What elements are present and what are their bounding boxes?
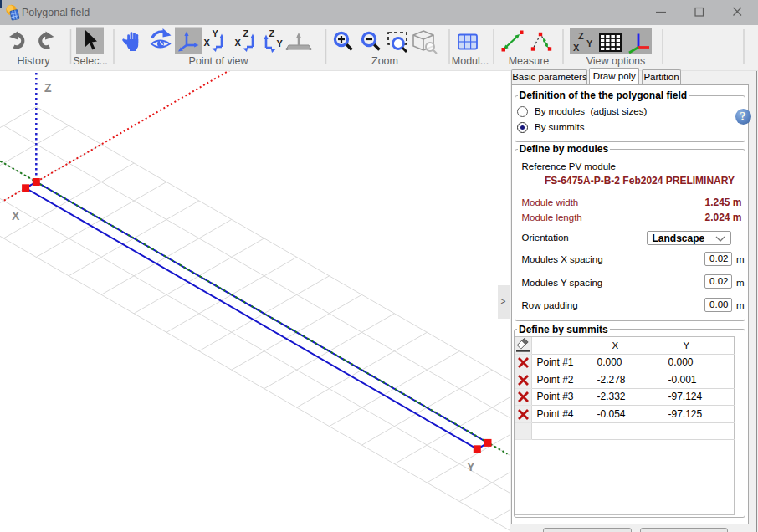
svg-text:Z: Z bbox=[243, 28, 249, 38]
svg-text:Measure: Measure bbox=[509, 55, 550, 67]
svg-text:Point of view: Point of view bbox=[189, 55, 249, 67]
svg-text:X: X bbox=[12, 209, 20, 223]
svg-text:Zoom: Zoom bbox=[371, 55, 398, 67]
svg-text:X: X bbox=[204, 38, 211, 48]
svg-text:Y: Y bbox=[213, 28, 219, 38]
svg-text:Z: Z bbox=[44, 81, 52, 95]
svg-text:Modul...: Modul... bbox=[452, 55, 489, 67]
svg-text:Selec...: Selec... bbox=[73, 55, 108, 67]
svg-text:View options: View options bbox=[586, 55, 646, 67]
svg-text:Y: Y bbox=[586, 38, 593, 49]
svg-text:Polygonal field: Polygonal field bbox=[22, 7, 90, 18]
svg-text:X: X bbox=[573, 43, 580, 53]
svg-text:Y: Y bbox=[467, 460, 475, 473]
svg-text:History: History bbox=[18, 55, 51, 67]
svg-text:Y: Y bbox=[277, 38, 284, 49]
svg-text:X: X bbox=[235, 38, 242, 48]
svg-text:Z: Z bbox=[578, 31, 584, 41]
svg-text:Z: Z bbox=[269, 28, 275, 38]
